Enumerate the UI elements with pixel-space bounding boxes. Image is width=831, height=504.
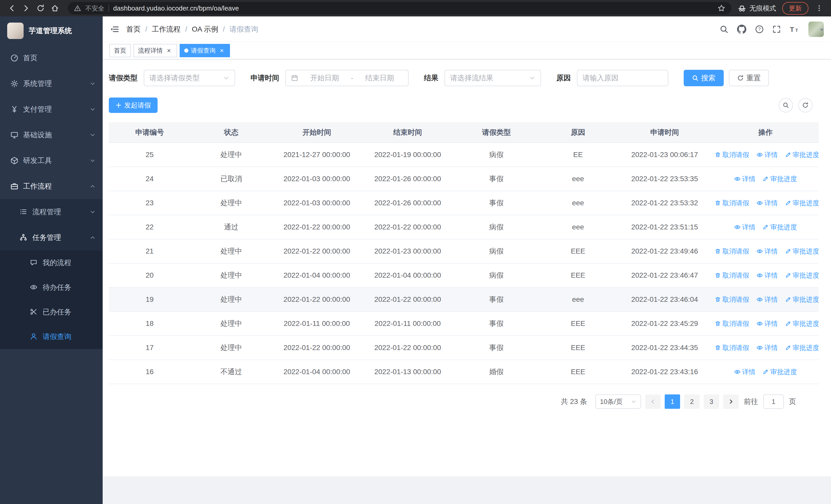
- goto-page-input[interactable]: [763, 394, 784, 409]
- sidebar-item-system[interactable]: 系统管理: [0, 71, 103, 96]
- fullscreen-icon[interactable]: [773, 25, 781, 33]
- cancel-leave-link[interactable]: 取消请假: [715, 247, 749, 256]
- approval-progress-link[interactable]: 审批进度: [785, 295, 819, 304]
- sidebar-item-task-mgmt[interactable]: 任务管理: [0, 225, 103, 250]
- approval-progress-link[interactable]: 审批进度: [785, 271, 819, 280]
- page-size-select[interactable]: 10条/页: [595, 394, 641, 409]
- detail-link[interactable]: 详情: [756, 199, 778, 208]
- hamburger-icon[interactable]: [103, 17, 126, 42]
- cancel-leave-link[interactable]: 取消请假: [715, 150, 749, 159]
- back-icon[interactable]: [5, 2, 19, 15]
- close-icon[interactable]: [218, 47, 225, 54]
- cell-apply-time: 2022-01-22 23:44:35: [617, 336, 712, 360]
- chrome-update-button[interactable]: 更新: [782, 2, 808, 14]
- sidebar-item-infra[interactable]: 基础设施: [0, 122, 103, 148]
- detail-link[interactable]: 详情: [734, 367, 755, 377]
- breadcrumb-oa-example[interactable]: OA 示例: [192, 24, 219, 34]
- page-button-3[interactable]: 3: [704, 394, 719, 409]
- sidebar-item-todo-tasks[interactable]: 待办任务: [0, 275, 103, 300]
- approval-progress-link[interactable]: 审批进度: [763, 367, 797, 377]
- next-page-button[interactable]: [723, 394, 739, 409]
- cell-apply-time: 2022-01-22 23:45:29: [617, 312, 712, 336]
- browser-toolbar: 不安全 dashboard.yudao.iocoder.cn/bpm/oa/le…: [0, 0, 831, 17]
- approval-progress-link[interactable]: 审批进度: [785, 247, 819, 256]
- reset-button[interactable]: 重置: [729, 70, 769, 86]
- cancel-leave-link[interactable]: 取消请假: [715, 199, 749, 208]
- tab-label: 首页: [114, 47, 126, 55]
- approval-progress-label: 审批进度: [770, 223, 797, 232]
- leave-type-select[interactable]: 请选择请假类型: [144, 70, 235, 86]
- approval-progress-link[interactable]: 审批进度: [763, 175, 797, 183]
- cell-operations: 取消请假 详情 审批进度: [712, 191, 819, 215]
- forward-icon[interactable]: [20, 2, 33, 15]
- detail-link[interactable]: 详情: [756, 343, 778, 352]
- close-icon[interactable]: [165, 47, 172, 54]
- apply-time-range-picker[interactable]: 开始日期 - 结束日期: [285, 70, 408, 86]
- cell-reason: EEE: [539, 239, 617, 263]
- address-bar[interactable]: 不安全 dashboard.yudao.iocoder.cn/bpm/oa/le…: [68, 2, 732, 14]
- tab-home[interactable]: 首页: [109, 44, 131, 57]
- detail-link[interactable]: 详情: [756, 271, 778, 280]
- detail-link[interactable]: 详情: [756, 150, 778, 159]
- sidebar-item-devtools[interactable]: 研发工具: [0, 148, 103, 174]
- reason-input[interactable]: 请输入原因: [577, 70, 668, 86]
- app-logo[interactable]: 芋道管理系统: [0, 17, 103, 45]
- chevron-down-icon: [90, 107, 95, 112]
- range-separator: -: [351, 74, 353, 82]
- bookmark-star-icon[interactable]: [718, 4, 725, 12]
- box-icon: [10, 156, 19, 165]
- detail-link[interactable]: 详情: [734, 175, 755, 183]
- sidebar-item-home[interactable]: 首页: [0, 45, 103, 71]
- home-icon[interactable]: [48, 2, 62, 15]
- tab-leave-query[interactable]: 请假查询: [180, 44, 230, 57]
- search-button[interactable]: 搜索: [684, 70, 724, 86]
- github-icon[interactable]: [737, 25, 746, 34]
- approval-progress-link[interactable]: 审批进度: [785, 150, 819, 159]
- url-text[interactable]: dashboard.yudao.iocoder.cn/bpm/oa/leave: [113, 4, 239, 12]
- approval-progress-link[interactable]: 审批进度: [785, 319, 819, 328]
- detail-link[interactable]: 详情: [756, 295, 778, 304]
- result-select[interactable]: 请选择流结果: [445, 70, 541, 86]
- cell-operations: 取消请假 详情 审批进度: [712, 263, 819, 288]
- approval-progress-link[interactable]: 审批进度: [763, 223, 797, 232]
- page-button-1[interactable]: 1: [665, 394, 680, 409]
- detail-link[interactable]: 详情: [756, 319, 778, 328]
- detail-label: 详情: [765, 150, 778, 159]
- search-icon[interactable]: [720, 25, 728, 34]
- table-row: 25 处理中 2021-12-27 00:00:00 2022-01-19 00…: [109, 143, 819, 167]
- detail-link[interactable]: 详情: [734, 223, 755, 232]
- cell-apply-time: 2022-01-22 23:46:04: [617, 288, 712, 312]
- cell-start-time: 2022-01-22 00:00:00: [272, 336, 362, 360]
- detail-link[interactable]: 详情: [756, 247, 778, 256]
- cancel-leave-link[interactable]: 取消请假: [715, 295, 749, 304]
- sidebar-item-my-process[interactable]: 我的流程: [0, 250, 103, 275]
- toggle-search-icon[interactable]: [779, 98, 793, 112]
- create-leave-button[interactable]: 发起请假: [109, 97, 157, 113]
- reload-icon[interactable]: [34, 2, 47, 15]
- leave-table: 申请编号 状态 开始时间 结束时间 请假类型 原因 申请时间 操作: [109, 122, 819, 384]
- sidebar: 芋道管理系统 首页 系统管理 支付管理: [0, 17, 103, 504]
- prev-page-button[interactable]: [645, 394, 661, 409]
- approval-progress-link[interactable]: 审批进度: [785, 343, 819, 352]
- sidebar-item-leave-query[interactable]: 请假查询: [0, 324, 103, 349]
- sidebar-item-done-tasks[interactable]: 已办任务: [0, 300, 103, 324]
- text-size-icon[interactable]: TT: [790, 25, 800, 33]
- sidebar-item-workflow[interactable]: 工作流程: [0, 174, 103, 199]
- refresh-table-icon[interactable]: [798, 98, 812, 112]
- breadcrumb-workflow[interactable]: 工作流程: [152, 24, 181, 34]
- cell-operations: 取消请假 详情 审批进度: [712, 288, 819, 312]
- select-placeholder: 请选择流结果: [450, 73, 493, 83]
- sidebar-item-payment[interactable]: 支付管理: [0, 96, 103, 122]
- incognito-badge: 无痕模式: [738, 4, 776, 13]
- cancel-leave-link[interactable]: 取消请假: [715, 271, 749, 280]
- browser-menu-kebab-icon[interactable]: [812, 2, 826, 15]
- sidebar-item-process-mgmt[interactable]: 流程管理: [0, 199, 103, 225]
- cancel-leave-link[interactable]: 取消请假: [715, 343, 749, 352]
- help-icon[interactable]: ?: [755, 25, 764, 34]
- tab-process-detail[interactable]: 流程详情: [134, 44, 177, 57]
- page-button-2[interactable]: 2: [684, 394, 699, 409]
- cancel-leave-link[interactable]: 取消请假: [715, 319, 749, 328]
- security-label[interactable]: 不安全: [85, 4, 105, 12]
- approval-progress-link[interactable]: 审批进度: [785, 199, 819, 208]
- breadcrumb-home[interactable]: 首页: [126, 24, 141, 34]
